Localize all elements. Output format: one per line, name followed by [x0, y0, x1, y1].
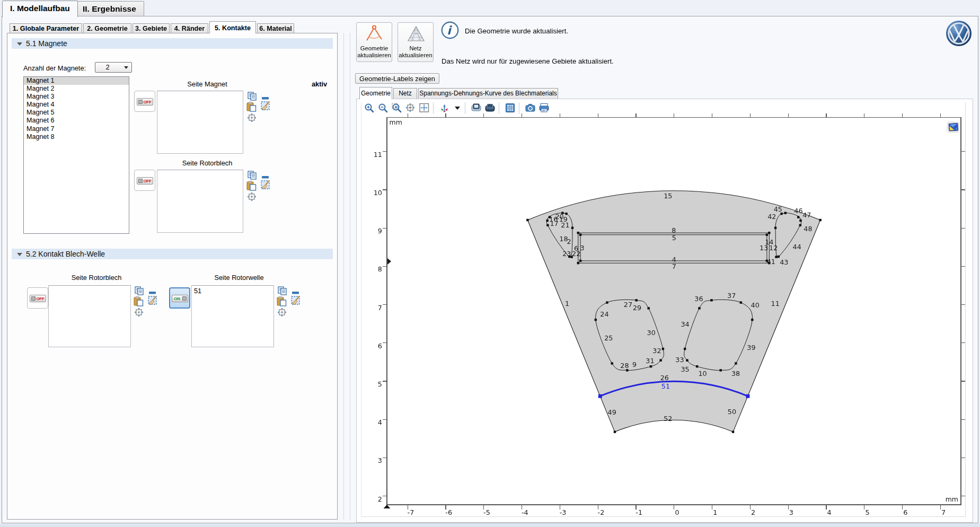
geometry-label-46: 46 [794, 207, 802, 215]
copy-icon[interactable] [278, 286, 287, 297]
netz-aktualisieren-button[interactable]: Netzaktualisieren [398, 22, 434, 62]
tab-ergebnisse[interactable]: II. Ergebnisse [75, 1, 144, 16]
model-tab-2[interactable]: 2. Geometrie [83, 23, 131, 33]
y-tick-label: 8 [378, 265, 382, 273]
anzahl-magnete-label: Anzahl der Magnete: [23, 64, 86, 72]
paste-icon[interactable] [246, 181, 257, 193]
clear-selection-icon[interactable] [260, 101, 270, 113]
graphics-tab-netz[interactable]: Netz [393, 88, 417, 99]
anzahl-magnete-dropdown[interactable]: 2 [95, 62, 132, 73]
selected-edge-vertex [598, 394, 602, 398]
unit-label-top: mm [390, 118, 402, 126]
geometry-label-13: 13 [760, 244, 768, 252]
geometry-vertex [648, 307, 650, 309]
axis-origin-marker [384, 505, 391, 508]
paste-icon[interactable] [246, 102, 257, 114]
geometry-label-10: 10 [698, 370, 707, 377]
seite-rotorblech-toggle-off[interactable]: OFF [134, 170, 155, 191]
kontakt-rotorwelle-toggle-on[interactable]: ON [169, 287, 190, 309]
axis-side-marker [387, 258, 391, 265]
kontakt-rotorblech-selection-area[interactable] [48, 285, 131, 347]
magnet-list-item[interactable]: Magnet 2 [24, 85, 129, 93]
tab-modellaufbau[interactable]: I. Modellaufbau [2, 1, 78, 17]
geometry-label-25: 25 [604, 334, 613, 342]
seite-magnet-toggle-off[interactable]: OFF [134, 91, 155, 112]
zoom-selected-icon[interactable] [247, 113, 257, 125]
kontakt-rotorwelle-selection-area[interactable]: 51 [191, 285, 274, 347]
model-tab-6[interactable]: 6. Material [257, 23, 294, 33]
section-header-kontakt[interactable]: 5.2 Kontakt Blech-Welle [12, 249, 333, 259]
magnet-list-item[interactable]: Magnet 1 [24, 77, 129, 85]
geometry-label-49: 49 [608, 408, 616, 416]
geometrie-aktualisieren-button[interactable]: Geometrieaktualisieren [356, 22, 392, 62]
paste-icon[interactable] [134, 296, 144, 309]
collapse-triangle-icon [17, 253, 22, 256]
x-tick-label: 2 [751, 508, 755, 516]
aktiv-label: aktiv [312, 80, 327, 88]
geometry-label-37: 37 [727, 292, 736, 300]
geometry-plot[interactable]: -7-6-5-4-3-2-101234567234567891011mmmm11… [356, 99, 973, 523]
magnet-list-item[interactable]: Magnet 3 [24, 93, 129, 101]
geometry-vertex [546, 219, 549, 222]
geometry-vertex [611, 362, 613, 364]
geometry-label-1: 1 [565, 300, 569, 308]
unit-label-bottom: mm [946, 495, 958, 503]
splitter-line2[interactable] [350, 33, 350, 520]
geometry-label-47: 47 [802, 211, 811, 219]
geometry-label-48: 48 [804, 225, 812, 233]
magnet-list-item[interactable]: Magnet 5 [24, 109, 129, 117]
x-tick-label: 7 [941, 508, 946, 516]
geometry-vertex [650, 365, 652, 367]
geometry-vertex [797, 216, 799, 218]
geometry-label-29: 29 [633, 304, 641, 312]
geometry-label-9: 9 [632, 361, 637, 368]
model-tab-4[interactable]: 4. Ränder [171, 23, 208, 33]
graphics-tab-spannungs-dehnungs-k[interactable]: Spannungs-Dehnungs-Kurve des Blechmateri… [418, 88, 558, 99]
geometry-vertex [768, 232, 770, 234]
clear-selection-icon[interactable] [147, 296, 157, 308]
kontakt-rotorblech-toggle-off[interactable]: OFF [27, 287, 48, 309]
copy-icon[interactable] [248, 171, 257, 182]
magnet-list-item[interactable]: Magnet 4 [24, 101, 129, 109]
magnet-list-item[interactable]: Magnet 8 [24, 133, 129, 141]
plot-image-corner-icon[interactable] [947, 121, 959, 133]
seite-magnet-selection-area[interactable] [157, 91, 243, 154]
copy-icon[interactable] [135, 286, 144, 297]
magnet-list-item[interactable]: Magnet 6 [24, 117, 129, 125]
model-tab-1[interactable]: 1. Globale Parameter [10, 23, 82, 33]
geometry-vertex [775, 256, 777, 258]
y-tick-label: 4 [378, 418, 382, 426]
geometry-label-36: 36 [694, 295, 703, 303]
clear-selection-icon[interactable] [290, 296, 301, 308]
graphics-tab-geometrie[interactable]: Geometrie [359, 87, 392, 99]
geometrie-labels-zeigen-button[interactable]: Geometrie-Labels zeigen [355, 73, 439, 84]
paste-icon[interactable] [277, 296, 287, 309]
geometry-label-15: 15 [664, 192, 672, 200]
x-tick-label: -3 [560, 508, 567, 516]
y-tick-label: 9 [378, 227, 382, 235]
copy-icon[interactable] [248, 92, 257, 103]
zoom-selected-icon[interactable] [277, 308, 287, 319]
dropdown-arrow-icon [124, 66, 128, 69]
geometry-label-44: 44 [793, 243, 801, 251]
magnet-list-item[interactable]: Magnet 7 [24, 125, 129, 133]
model-tab-3[interactable]: 3. Gebiete [133, 23, 170, 33]
zoom-selected-icon[interactable] [134, 308, 144, 319]
seite-rotorblech-selection-area[interactable] [157, 170, 243, 233]
geometry-vertex [571, 227, 573, 229]
magnet-listbox[interactable]: Magnet 1Magnet 2Magnet 3Magnet 4Magnet 5… [23, 76, 129, 234]
model-tab-5[interactable]: 5. Kontakte [209, 21, 256, 33]
section-header-magnete[interactable]: 5.1 Magnete [12, 38, 333, 49]
geometry-vertex [710, 299, 712, 301]
geometry-label-40: 40 [751, 301, 760, 309]
zoom-selected-icon[interactable] [247, 192, 257, 204]
geometry-label-45: 45 [774, 205, 782, 213]
geometry-vertex [766, 234, 768, 236]
geometry-vertex [684, 348, 686, 350]
clear-selection-icon[interactable] [260, 180, 270, 192]
y-tick-label: 7 [378, 304, 382, 312]
splitter-line[interactable] [343, 33, 344, 520]
status-message-geometry: Die Geometrie wurde aktualisiert. [465, 27, 568, 35]
x-tick-label: -1 [635, 508, 642, 516]
geometry-vertex [595, 319, 597, 321]
